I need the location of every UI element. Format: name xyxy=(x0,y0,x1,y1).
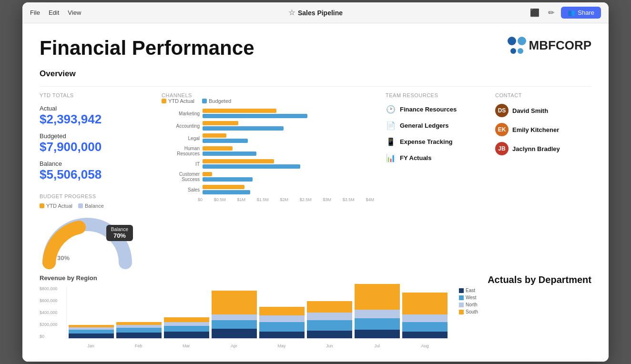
legend-color-west xyxy=(459,295,464,300)
contact-label: Contact xyxy=(495,92,588,98)
present-button[interactable]: ⬛ xyxy=(528,6,541,19)
bar-ytd xyxy=(203,172,212,176)
legend-south: South xyxy=(459,309,478,314)
stacked-segment xyxy=(402,293,448,314)
revenue-legend: East West North South xyxy=(459,288,478,314)
resource-item[interactable]: 📊 FY Actuals xyxy=(386,152,488,163)
bar-ytd xyxy=(203,121,238,125)
stacked-segment xyxy=(212,329,257,338)
legend-color-east xyxy=(459,288,464,293)
resource-item[interactable]: 🕑 Finance Resources xyxy=(386,104,488,114)
x-label: Feb xyxy=(116,344,161,348)
ytd-label: YTD Totals xyxy=(40,92,154,98)
stacked-bar-group xyxy=(164,286,209,338)
titlebar: File Edit View ☆ Sales Pipeline ⬛ ✏ 👥 Sh… xyxy=(22,2,609,23)
stacked-segment xyxy=(402,332,448,338)
stacked-bar-group xyxy=(402,286,448,338)
avatar: EK xyxy=(495,123,509,136)
resource-icon: 📊 xyxy=(386,152,396,163)
x-label: Jul xyxy=(355,344,400,348)
resource-name: General Ledgers xyxy=(400,122,449,129)
overview-grid: YTD Totals Actual $2,393,942 Budgeted $7… xyxy=(40,92,591,265)
donut-tooltip: Balance 70% xyxy=(106,225,133,241)
bar-row: Human Resources xyxy=(162,146,374,156)
stacked-bars-container xyxy=(66,286,449,339)
document-title: Sales Pipeline xyxy=(298,9,343,17)
bar-label: Marketing xyxy=(162,111,200,116)
stacked-segment xyxy=(164,332,209,338)
actuals-title: Actuals by Department xyxy=(488,274,591,285)
ytd-section: YTD Totals Actual $2,393,942 Budgeted $7… xyxy=(40,92,154,265)
bar-chart-rows: Marketing Accounting Legal Human Resourc… xyxy=(162,109,374,194)
bar-row: Sales xyxy=(162,185,374,194)
bar-budgeted xyxy=(203,177,253,182)
legend-color-north xyxy=(459,303,464,307)
stacked-segment xyxy=(212,320,257,329)
stacked-bar-group xyxy=(259,286,305,338)
company-logo: MBFCORP xyxy=(508,37,591,54)
bar-group xyxy=(203,121,374,131)
menu-edit[interactable]: Edit xyxy=(49,9,59,16)
bar-axis: $0 $0.5M $1M $1.5M $2M $2.5M $3M $3.5M $… xyxy=(162,197,374,202)
share-button[interactable]: 👥 Share xyxy=(561,7,601,19)
x-label: Jan xyxy=(68,344,113,348)
bar-group xyxy=(203,185,374,194)
bar-ytd xyxy=(203,146,233,151)
stacked-segment xyxy=(116,333,162,338)
stacked-segment xyxy=(355,318,400,330)
stacked-bar-chart xyxy=(69,286,448,338)
stacked-segment xyxy=(402,314,448,322)
team-resources-section: Team Resources 🕑 Finance Resources 📄 Gen… xyxy=(382,92,491,265)
ytd-row-budgeted: Budgeted $7,900,000 xyxy=(40,132,154,154)
stacked-bar-group xyxy=(212,286,257,338)
contact-item: JB Jaclynn Bradley xyxy=(495,142,588,155)
x-label: Aug xyxy=(402,344,448,348)
bar-label: IT xyxy=(162,162,200,167)
bar-label: Accounting xyxy=(162,123,200,129)
bar-ytd xyxy=(203,109,276,113)
header-row: Financial Performance MBFCORP xyxy=(40,37,591,60)
stacked-segment xyxy=(355,284,400,310)
stacked-segment xyxy=(355,310,400,318)
resource-item[interactable]: 📱 Expense Tracking xyxy=(386,136,488,147)
stacked-segment xyxy=(355,330,400,338)
contact-name: Jaclynn Bradley xyxy=(512,145,560,152)
bar-budgeted xyxy=(203,190,250,194)
titlebar-right: ⬛ ✏ 👥 Share xyxy=(528,6,601,19)
budget-legend: YTD Actual Balance xyxy=(40,203,154,209)
ytd-row-actual: Actual $2,393,942 xyxy=(40,105,154,127)
bar-row: Customer Success xyxy=(162,172,374,182)
page-title: Financial Performance xyxy=(40,37,254,60)
stacked-segment xyxy=(212,314,257,320)
stacked-segment xyxy=(307,320,352,331)
stacked-segment xyxy=(164,322,209,326)
revenue-title: Revenue by Region xyxy=(40,274,449,282)
bar-budgeted xyxy=(203,164,300,169)
stacked-bar-group xyxy=(355,286,400,338)
resource-item[interactable]: 📄 General Ledgers xyxy=(386,120,488,131)
bar-ytd xyxy=(203,133,226,138)
titlebar-center: ☆ Sales Pipeline xyxy=(288,8,343,17)
legend-east: East xyxy=(459,288,478,293)
divider xyxy=(40,86,591,87)
bar-label: Customer Success xyxy=(162,172,200,182)
edit-button[interactable]: ✏ xyxy=(546,6,556,19)
bar-group xyxy=(203,172,374,182)
bottom-section: Revenue by Region $800,000 $600,000 $400… xyxy=(40,274,591,348)
bar-group xyxy=(203,146,374,156)
bar-group xyxy=(203,109,374,118)
stacked-segment xyxy=(69,334,114,338)
y-axis: $800,000 $600,000 $400,000 $200,000 $0 xyxy=(40,286,66,339)
bar-budgeted xyxy=(203,152,256,156)
legend-balance: Balance xyxy=(78,203,104,209)
logo-bubble-1 xyxy=(508,37,516,45)
stacked-bar-group xyxy=(116,286,162,338)
menu-view[interactable]: View xyxy=(68,9,81,16)
star-icon[interactable]: ☆ xyxy=(288,8,295,17)
svg-text:30%: 30% xyxy=(57,254,70,262)
resources-label: Team Resources xyxy=(386,92,488,98)
logo-icon xyxy=(508,37,526,54)
legend-color-south xyxy=(459,310,464,314)
bar-row: Marketing xyxy=(162,109,374,118)
menu-file[interactable]: File xyxy=(30,9,40,16)
